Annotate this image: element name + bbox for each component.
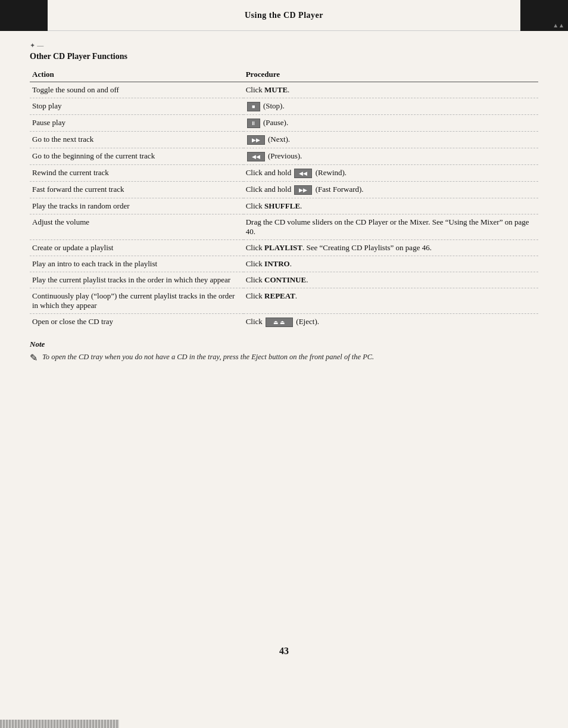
prev-icon: ◀◀ (247, 152, 265, 161)
table-row: Pause play⏸ (Pause). (30, 115, 538, 132)
bottom-decoration (0, 720, 119, 728)
eject-icon: ⏏ ⏏ (266, 318, 293, 327)
procedure-cell: Click and hold ◀◀ (Rewind). (244, 165, 538, 182)
table-row: Play an intro to each track in the playl… (30, 256, 538, 272)
procedure-cell: ▶▶ (Next). (244, 132, 538, 148)
procedure-cell: Click REPEAT. (244, 288, 538, 314)
col-header-procedure: Procedure (244, 67, 538, 82)
content-area: ✦ — Other CD Player Functions Action Pro… (0, 31, 568, 381)
note-icon: ✎ (30, 352, 38, 363)
procedure-cell: ◀◀ (Previous). (244, 148, 538, 165)
action-cell: Open or close the CD tray (30, 314, 244, 331)
action-cell: Go to the beginning of the current track (30, 148, 244, 165)
procedure-cell: Click SHUFFLE. (244, 198, 538, 214)
table-row: Go to the beginning of the current track… (30, 148, 538, 165)
table-row: Go to the next track▶▶ (Next). (30, 132, 538, 148)
procedure-cell: Drag the CD volume sliders on the CD Pla… (244, 214, 538, 240)
note-text: To open the CD tray when you do not have… (42, 351, 374, 363)
procedure-cell: ■ (Stop). (244, 98, 538, 115)
table-row: Adjust the volumeDrag the CD volume slid… (30, 214, 538, 240)
table-row: Continuously play (“loop”) the current p… (30, 288, 538, 314)
fastfwd-icon: ▶▶ (294, 185, 312, 195)
page-number: 43 (279, 646, 289, 657)
note-section: Note ✎ To open the CD tray when you do n… (30, 340, 538, 363)
action-cell: Play the current playlist tracks in the … (30, 272, 244, 288)
action-cell: Create or update a playlist (30, 240, 244, 256)
col-header-action: Action (30, 67, 244, 82)
procedure-cell: Click MUTE. (244, 82, 538, 98)
table-row: Rewind the current trackClick and hold ◀… (30, 165, 538, 182)
functions-table: Action Procedure Toggle the sound on and… (30, 67, 538, 330)
note-content: ✎ To open the CD tray when you do not ha… (30, 351, 538, 363)
table-row: Toggle the sound on and offClick MUTE. (30, 82, 538, 98)
action-cell: Rewind the current track (30, 165, 244, 182)
procedure-cell: ⏸ (Pause). (244, 115, 538, 132)
procedure-cell: Click CONTINUE. (244, 272, 538, 288)
section-title: Other CD Player Functions (30, 52, 538, 61)
table-row: Fast forward the current trackClick and … (30, 182, 538, 198)
action-cell: Pause play (30, 115, 244, 132)
action-cell: Play the tracks in random order (30, 198, 244, 214)
header-right-block (520, 0, 568, 31)
table-row: Create or update a playlistClick PLAYLIS… (30, 240, 538, 256)
table-row: Play the tracks in random orderClick SHU… (30, 198, 538, 214)
procedure-cell: Click PLAYLIST. See “Creating CD Playlis… (244, 240, 538, 256)
procedure-cell: Click and hold ▶▶ (Fast Forward). (244, 182, 538, 198)
header-title: Using the CD Player (245, 11, 323, 20)
subtitle-line: ✦ — (30, 42, 538, 49)
action-cell: Play an intro to each track in the playl… (30, 256, 244, 272)
note-label: Note (30, 340, 538, 349)
action-cell: Toggle the sound on and off (30, 82, 244, 98)
table-row: Stop play■ (Stop). (30, 98, 538, 115)
header-left-block (0, 0, 48, 31)
header-title-area: Using the CD Player (48, 0, 520, 31)
action-cell: Stop play (30, 98, 244, 115)
action-cell: Fast forward the current track (30, 182, 244, 198)
table-row: Open or close the CD trayClick ⏏ ⏏ (Ejec… (30, 314, 538, 331)
procedure-cell: Click ⏏ ⏏ (Eject). (244, 314, 538, 331)
pause-icon: ⏸ (247, 119, 260, 128)
action-cell: Continuously play (“loop”) the current p… (30, 288, 244, 314)
rewind-icon: ◀◀ (294, 169, 312, 178)
procedure-cell: Click INTRO. (244, 256, 538, 272)
page-wrapper: Using the CD Player ✦ — Other CD Player … (0, 0, 568, 728)
next-icon: ▶▶ (247, 135, 265, 145)
stop-icon: ■ (247, 102, 260, 111)
action-cell: Adjust the volume (30, 214, 244, 240)
table-row: Play the current playlist tracks in the … (30, 272, 538, 288)
action-cell: Go to the next track (30, 132, 244, 148)
header-bar: Using the CD Player (0, 0, 568, 31)
